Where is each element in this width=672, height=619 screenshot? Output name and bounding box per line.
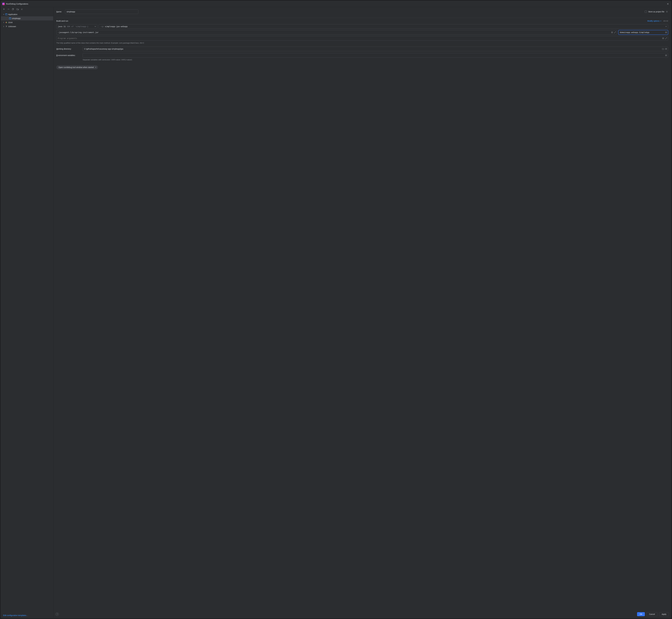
folder-icon[interactable] (662, 48, 664, 50)
help-button[interactable]: ? (56, 613, 59, 616)
folder-save-icon (16, 8, 19, 10)
close-icon (667, 3, 669, 5)
remove-config-button[interactable] (7, 8, 10, 10)
main-scroll: Name: Store as project file Build and ru… (53, 7, 671, 611)
tree-label: JUnit (8, 21, 12, 23)
close-button[interactable] (666, 2, 670, 6)
program-args-input[interactable] (56, 36, 668, 41)
history-icon[interactable] (662, 38, 664, 39)
env-label: Environment variables: (56, 54, 80, 56)
chevron-down-icon (94, 26, 96, 27)
modify-hint: Alt+M (663, 20, 668, 22)
application-icon (5, 13, 7, 15)
working-dir-input[interactable] (83, 47, 668, 51)
history-icon[interactable] (665, 48, 667, 50)
junit-icon (5, 21, 7, 23)
tree-label: simpleapp (12, 17, 20, 19)
sidebar: az Application simpleapp (1, 7, 53, 618)
env-helper: Separate variables with semicolon: VAR=v… (83, 59, 668, 61)
history-icon[interactable] (665, 31, 667, 33)
edit-templates-link[interactable]: Edit configuration templates… (3, 614, 28, 616)
tree-node-simpleapp[interactable]: simpleapp (1, 16, 53, 20)
ok-button[interactable]: OK (637, 612, 645, 616)
dialog-body: az Application simpleapp (1, 7, 671, 618)
dialog-title: Run/Debug Configurations (6, 3, 665, 5)
expand-icon[interactable] (665, 38, 667, 39)
vm-main-row (56, 30, 668, 35)
cp-flag: -cp (100, 25, 104, 27)
chevron-down-icon (3, 14, 4, 15)
gear-icon[interactable] (666, 10, 668, 13)
main-class-wrap (618, 30, 668, 35)
copy-icon (12, 8, 14, 10)
section-title: Build and run (56, 20, 68, 22)
svg-text:z: z (22, 9, 22, 10)
chevron-down-icon (665, 26, 667, 27)
main-class-helper: The fully qualified name of the class th… (56, 42, 668, 44)
tree-node-application[interactable]: Application (1, 12, 53, 16)
program-args-row (56, 36, 668, 41)
add-config-button[interactable] (3, 8, 5, 10)
store-label: Store as project file (648, 11, 664, 13)
svg-rect-1 (12, 9, 13, 10)
name-input[interactable] (65, 9, 138, 14)
vm-options-wrap (56, 30, 617, 35)
modify-label: Modify options (648, 20, 660, 22)
program-args-wrap (56, 36, 668, 41)
history-icon[interactable] (665, 54, 667, 56)
cancel-button[interactable]: Cancel (647, 612, 658, 616)
app-icon (2, 3, 5, 5)
svg-point-6 (667, 11, 667, 12)
chip-remove[interactable] (95, 67, 96, 68)
vm-options-input[interactable] (56, 30, 617, 35)
tree-label: Application (8, 13, 17, 15)
name-row: Name: Store as project file (56, 9, 668, 14)
working-dir-row: Working directory: (56, 47, 668, 51)
classpath-select[interactable]: -cp simpleapp-jpa-webapp (98, 24, 668, 29)
build-run-header: Build and run Modify options Alt+M (56, 20, 668, 22)
sidebar-footer: Edit configuration templates… (1, 612, 53, 618)
close-icon (95, 67, 96, 68)
question-icon: ? (5, 25, 7, 27)
modify-options-link[interactable]: Modify options (648, 20, 661, 22)
open-tool-window-chip[interactable]: Open run/debug tool window when started (56, 65, 98, 69)
chevron-right-icon (3, 22, 4, 23)
name-label: Name: (56, 11, 62, 13)
sidebar-toolbar: az (1, 7, 53, 11)
jdk-hint: SDK of 'simpleapp-j (67, 25, 88, 27)
plus-icon (3, 8, 5, 10)
env-input[interactable] (83, 53, 668, 58)
env-row: Environment variables: (56, 53, 668, 58)
chevron-right-icon (3, 26, 4, 27)
minus-icon (7, 8, 9, 10)
tree-node-unknown[interactable]: ? Unknown (1, 24, 53, 28)
svg-rect-4 (5, 14, 7, 15)
run-debug-config-dialog: Run/Debug Configurations (1, 1, 671, 618)
titlebar: Run/Debug Configurations (1, 1, 671, 7)
apply-button[interactable]: Apply (659, 612, 669, 616)
main-class-input[interactable] (618, 30, 668, 35)
jdk-cp-row: java 11 SDK of 'simpleapp-j -cp simpleap… (56, 24, 668, 29)
svg-text:a: a (22, 8, 23, 9)
svg-rect-5 (9, 18, 11, 19)
jdk-value: java 11 (58, 25, 66, 27)
chevron-down-icon (660, 20, 661, 22)
save-template-button[interactable] (16, 8, 19, 10)
expand-icon[interactable] (614, 31, 616, 33)
history-icon[interactable] (611, 31, 613, 33)
cp-value: simpleapp-jpa-webapp (105, 25, 128, 27)
store-as-project-file[interactable]: Store as project file (645, 10, 668, 13)
checkbox-icon (645, 11, 647, 13)
sort-button[interactable]: az (21, 8, 23, 10)
jdk-select[interactable]: java 11 SDK of 'simpleapp-j (56, 24, 97, 29)
main-panel: Name: Store as project file Build and ru… (53, 7, 671, 618)
copy-config-button[interactable] (12, 8, 14, 10)
sort-icon: az (21, 8, 23, 10)
config-tree: Application simpleapp JUnit (1, 11, 53, 612)
chip-label: Open run/debug tool window when started (59, 66, 94, 68)
working-dir-label: Working directory: (56, 48, 80, 50)
application-icon (9, 17, 11, 19)
tree-node-junit[interactable]: JUnit (1, 20, 53, 24)
tree-label: Unknown (8, 25, 16, 27)
dialog-footer: ? OK Cancel Apply (53, 611, 671, 618)
